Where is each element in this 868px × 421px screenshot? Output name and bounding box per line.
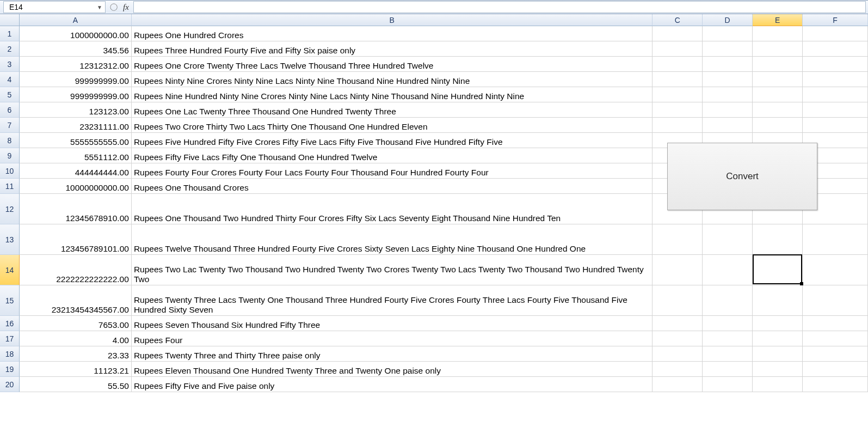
cell[interactable] (703, 57, 753, 72)
formula-input[interactable] (133, 1, 866, 13)
cell[interactable] (753, 331, 803, 346)
cell[interactable]: 444444444.00 (20, 163, 132, 179)
cell[interactable]: Rupees Nine Hundred Ninty Nine Crores Ni… (132, 87, 652, 102)
cell[interactable]: Rupees One Crore Twenty Three Lacs Twelv… (132, 57, 652, 72)
cell[interactable]: Rupees Fifty Five Lacs Fifty One Thousan… (132, 148, 652, 163)
cell[interactable]: Rupees One Hundred Crores (132, 26, 652, 41)
cell[interactable]: Rupees Two Lac Twenty Two Thousand Two H… (132, 255, 652, 285)
cell[interactable]: 9999999999.00 (20, 87, 132, 102)
cell[interactable] (703, 362, 753, 377)
column-header-E[interactable]: E (753, 14, 803, 26)
row-header-1[interactable]: 1 (0, 26, 20, 41)
cell[interactable] (753, 316, 803, 331)
cell[interactable] (753, 362, 803, 377)
cell[interactable]: Rupees One Lac Twenty Three Thousand One… (132, 102, 652, 118)
cell[interactable] (652, 57, 703, 72)
cell[interactable] (803, 57, 868, 72)
cell[interactable]: 11123.21 (20, 362, 132, 377)
row-header-15[interactable]: 15 (0, 285, 20, 316)
cell[interactable]: 7653.00 (20, 316, 132, 331)
cell[interactable] (753, 57, 803, 72)
cell[interactable] (803, 316, 868, 331)
row-header-19[interactable]: 19 (0, 362, 20, 377)
cell[interactable]: 12312312.00 (20, 57, 132, 72)
cell[interactable]: 5551112.00 (20, 148, 132, 163)
cell[interactable]: 345.56 (20, 41, 132, 57)
cell[interactable] (753, 285, 803, 316)
cell[interactable]: Rupees Seven Thousand Six Hundred Fifty … (132, 316, 652, 331)
cell[interactable] (753, 224, 803, 255)
cell[interactable] (753, 377, 803, 392)
cell[interactable]: Rupees Two Crore Thirty Two Lacs Thirty … (132, 118, 652, 133)
cell[interactable] (803, 118, 868, 133)
cell[interactable] (652, 255, 703, 285)
cell[interactable] (703, 102, 753, 118)
column-header-A[interactable]: A (20, 14, 132, 26)
cell[interactable]: Rupees Five Hundred Fifty Five Crores Fi… (132, 133, 652, 148)
cell[interactable] (652, 224, 703, 255)
cell[interactable] (803, 87, 868, 102)
row-header-6[interactable]: 6 (0, 102, 20, 118)
cell[interactable]: Rupees Twenty Three Lacs Twenty One Thou… (132, 285, 652, 316)
cell[interactable]: 23.33 (20, 346, 132, 362)
cell[interactable]: Rupees One Thousand Two Hundred Thirty F… (132, 194, 652, 224)
cell[interactable] (652, 87, 703, 102)
cell[interactable] (703, 331, 753, 346)
name-box[interactable]: E14 ▼ (3, 1, 106, 13)
cell[interactable] (652, 362, 703, 377)
cell[interactable]: 2222222222222.00 (20, 255, 132, 285)
cell[interactable] (803, 102, 868, 118)
cell[interactable] (703, 224, 753, 255)
cell[interactable]: Rupees One Thousand Crores (132, 179, 652, 194)
cell[interactable]: 23231111.00 (20, 118, 132, 133)
row-header-5[interactable]: 5 (0, 87, 20, 102)
cell[interactable] (753, 255, 803, 285)
cell[interactable]: 55.50 (20, 377, 132, 392)
cell[interactable] (753, 41, 803, 57)
cell[interactable] (652, 118, 703, 133)
cell[interactable]: 5555555555.00 (20, 133, 132, 148)
cell[interactable] (803, 72, 868, 87)
row-header-11[interactable]: 11 (0, 179, 20, 194)
cell[interactable]: 1000000000.00 (20, 26, 132, 41)
select-all-corner[interactable] (0, 14, 20, 26)
row-header-4[interactable]: 4 (0, 72, 20, 87)
cell[interactable] (753, 87, 803, 102)
cell[interactable] (803, 26, 868, 41)
cell[interactable] (753, 346, 803, 362)
row-header-18[interactable]: 18 (0, 346, 20, 362)
cell[interactable] (703, 255, 753, 285)
cell[interactable]: 4.00 (20, 331, 132, 346)
cell[interactable]: 23213454345567.00 (20, 285, 132, 316)
cell[interactable]: Rupees Four (132, 331, 652, 346)
cell[interactable] (652, 72, 703, 87)
row-header-14[interactable]: 14 (0, 255, 20, 285)
row-header-13[interactable]: 13 (0, 224, 20, 255)
cell[interactable]: Rupees Eleven Thousand One Hundred Twent… (132, 362, 652, 377)
cell[interactable] (753, 102, 803, 118)
cell[interactable] (652, 377, 703, 392)
cell[interactable] (652, 316, 703, 331)
cell[interactable] (652, 41, 703, 57)
cell[interactable] (703, 346, 753, 362)
cell[interactable] (753, 72, 803, 87)
row-header-3[interactable]: 3 (0, 57, 20, 72)
cell[interactable] (703, 41, 753, 57)
cell[interactable] (803, 346, 868, 362)
cell[interactable]: 999999999.00 (20, 72, 132, 87)
cell[interactable] (652, 346, 703, 362)
row-header-8[interactable]: 8 (0, 133, 20, 148)
cell[interactable] (803, 41, 868, 57)
row-header-12[interactable]: 12 (0, 194, 20, 224)
row-header-17[interactable]: 17 (0, 331, 20, 346)
cell[interactable] (703, 316, 753, 331)
cell[interactable] (652, 102, 703, 118)
cell[interactable]: Rupees Twelve Thousand Three Hundred Fou… (132, 224, 652, 255)
cell[interactable] (703, 285, 753, 316)
name-box-dropdown-icon[interactable]: ▼ (95, 3, 104, 11)
cell[interactable] (703, 118, 753, 133)
cell-grid[interactable]: 1000000000.00Rupees One Hundred Crores34… (20, 26, 868, 421)
cell[interactable] (703, 87, 753, 102)
column-header-F[interactable]: F (803, 14, 868, 26)
row-header-16[interactable]: 16 (0, 316, 20, 331)
